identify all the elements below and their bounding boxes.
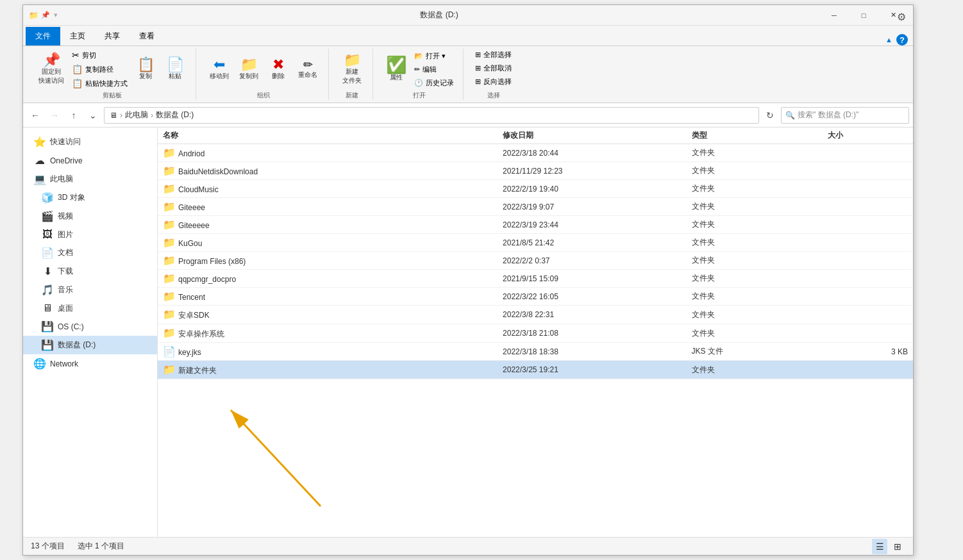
table-row[interactable]: 📁KuGou 2021/8/5 21:42 文件夹 bbox=[158, 234, 913, 252]
table-row[interactable]: 📁Program Files (x86) 2022/2/2 0:37 文件夹 bbox=[158, 252, 913, 270]
select-none-button[interactable]: ⊞ 全部取消 bbox=[473, 62, 514, 74]
minimize-button[interactable]: ─ bbox=[819, 5, 849, 26]
invert-select-icon: ⊞ bbox=[475, 78, 481, 86]
gear-icon[interactable]: ⚙ bbox=[890, 5, 913, 28]
up-button[interactable]: ↑ bbox=[65, 107, 82, 124]
detail-view-button[interactable]: ☰ bbox=[872, 539, 887, 554]
file-type-cell: 文件夹 bbox=[687, 252, 823, 270]
quickaccess-icon: ⭐ bbox=[33, 136, 46, 148]
file-size-cell bbox=[823, 252, 913, 270]
edit-button[interactable]: ✏ 编辑 bbox=[412, 63, 456, 76]
item-count: 13 个项目 bbox=[31, 541, 65, 552]
file-type-cell: 文件夹 bbox=[687, 216, 823, 234]
ribbon-collapse-btn[interactable]: ▲ bbox=[885, 36, 892, 44]
select-items: ⊞ 全部选择 ⊞ 全部取消 ⊞ 反向选择 bbox=[473, 49, 514, 90]
file-type-cell: 文件夹 bbox=[687, 361, 823, 379]
table-row[interactable]: 📁qqpcmgr_docpro 2021/9/15 15:09 文件夹 bbox=[158, 270, 913, 288]
col-header-name[interactable]: 名称 bbox=[158, 128, 498, 144]
move-to-button[interactable]: ⬅ 移动到 bbox=[205, 55, 233, 83]
sidebar-item-drive-d[interactable]: 💾 数据盘 (D:) bbox=[23, 336, 157, 354]
recent-button[interactable]: ⌄ bbox=[85, 107, 101, 124]
crumb-computer[interactable]: 此电脑 bbox=[125, 110, 148, 120]
clipboard-label: 剪贴板 bbox=[103, 91, 122, 100]
crumb-drive[interactable]: 数据盘 (D:) bbox=[156, 110, 194, 120]
table-row[interactable]: 📁BaiduNetdiskDownload 2021/11/29 12:23 文… bbox=[158, 162, 913, 180]
sidebar-item-pictures[interactable]: 🖼 图片 bbox=[23, 226, 157, 243]
ribbon-bar: 📌 固定到快速访问 ✂ 剪切 📋 复制路径 📋 粘贴快捷方式 bbox=[23, 46, 913, 103]
tab-share[interactable]: 共享 bbox=[95, 27, 130, 45]
file-type-cell: JKS 文件 bbox=[687, 343, 823, 361]
sidebar-item-drive-c[interactable]: 💾 OS (C:) bbox=[23, 317, 157, 336]
sidebar-item-desktop[interactable]: 🖥 桌面 bbox=[23, 299, 157, 317]
paste-button[interactable]: 📄 粘贴 bbox=[161, 55, 189, 83]
delete-button[interactable]: ✖ 删除 bbox=[264, 55, 292, 83]
thumbnail-view-button[interactable]: ⊞ bbox=[890, 539, 905, 554]
file-name-cell: 📁安卓SDK bbox=[158, 306, 498, 324]
selected-count: 选中 1 个项目 bbox=[78, 541, 124, 552]
title-bar-icons: 📁 📌 ▾ bbox=[28, 10, 59, 21]
col-header-size[interactable]: 大小 bbox=[823, 128, 913, 144]
search-box[interactable]: 🔍 搜索" 数据盘 (D:)" bbox=[781, 107, 909, 124]
back-button[interactable]: ← bbox=[27, 107, 44, 124]
sidebar-item-music[interactable]: 🎵 音乐 bbox=[23, 281, 157, 299]
file-date-cell: 2021/11/29 12:23 bbox=[498, 162, 687, 180]
table-row[interactable]: 📁安卓操作系统 2022/3/18 21:08 文件夹 bbox=[158, 324, 913, 343]
file-date-cell: 2022/3/19 9:07 bbox=[498, 198, 687, 216]
rename-button[interactable]: ✏ 重命名 bbox=[294, 56, 322, 82]
sidebar-item-thispc[interactable]: 💻 此电脑 bbox=[23, 170, 157, 188]
table-row[interactable]: 📁Andriod 2022/3/18 20:44 文件夹 bbox=[158, 144, 913, 162]
refresh-button[interactable]: ↻ bbox=[762, 107, 778, 124]
table-row[interactable]: 📁CloudMusic 2022/2/19 19:40 文件夹 bbox=[158, 180, 913, 198]
invert-select-button[interactable]: ⊞ 反向选择 bbox=[473, 76, 514, 88]
file-icon: 📄 bbox=[163, 346, 176, 357]
tab-home[interactable]: 主页 bbox=[60, 27, 95, 45]
table-row[interactable]: 📄key.jks 2022/3/18 18:38 JKS 文件 3 KB bbox=[158, 343, 913, 361]
address-path[interactable]: 🖥 › 此电脑 › 数据盘 (D:) bbox=[104, 107, 759, 124]
sidebar-item-quickaccess[interactable]: ⭐ 快速访问 bbox=[23, 133, 157, 151]
table-row[interactable]: 📁Giteeeee 2022/3/19 23:44 文件夹 bbox=[158, 216, 913, 234]
sidebar-item-downloads[interactable]: ⬇ 下载 bbox=[23, 262, 157, 281]
ribbon-group-new: 📁 新建文件夹 新建 bbox=[331, 49, 373, 100]
sidebar-item-documents[interactable]: 📄 文档 bbox=[23, 243, 157, 262]
table-row[interactable]: 📁Giteeee 2022/3/19 9:07 文件夹 bbox=[158, 198, 913, 216]
file-date-cell: 2022/3/25 19:21 bbox=[498, 361, 687, 379]
onedrive-icon: ☁ bbox=[33, 154, 46, 167]
copy-to-button[interactable]: 📁 复制到 bbox=[235, 55, 263, 83]
col-header-type[interactable]: 类型 bbox=[687, 128, 823, 144]
file-icon: 📁 bbox=[163, 309, 176, 320]
desktop-label: 桌面 bbox=[58, 303, 149, 314]
maximize-button[interactable]: □ bbox=[849, 5, 878, 26]
table-row[interactable]: 📁安卓SDK 2022/3/8 22:31 文件夹 bbox=[158, 306, 913, 324]
file-name-cell: 📁qqpcmgr_docpro bbox=[158, 270, 498, 288]
new-folder-button[interactable]: 📁 新建文件夹 bbox=[338, 51, 366, 88]
pin-button[interactable]: 📌 固定到快速访问 bbox=[35, 51, 68, 88]
sidebar-item-onedrive[interactable]: ☁ OneDrive bbox=[23, 151, 157, 170]
copy-path-button[interactable]: 📋 复制路径 bbox=[69, 63, 130, 76]
paste-icon: 📄 bbox=[167, 58, 184, 72]
thispc-label: 此电脑 bbox=[50, 174, 149, 185]
sidebar-item-3dobjects[interactable]: 🧊 3D 对象 bbox=[23, 188, 157, 207]
col-header-date[interactable]: 修改日期 bbox=[498, 128, 687, 144]
file-size-cell bbox=[823, 288, 913, 306]
copy-button[interactable]: 📋 复制 bbox=[131, 55, 160, 83]
tab-view[interactable]: 查看 bbox=[130, 27, 164, 45]
select-all-icon: ⊞ bbox=[475, 51, 481, 59]
tab-file[interactable]: 文件 bbox=[26, 27, 60, 45]
select-all-button[interactable]: ⊞ 全部选择 bbox=[473, 49, 514, 61]
forward-button[interactable]: → bbox=[46, 107, 63, 124]
cut-button[interactable]: ✂ 剪切 bbox=[69, 49, 130, 62]
sidebar-item-network[interactable]: 🌐 Network bbox=[23, 354, 157, 373]
onedrive-label: OneDrive bbox=[50, 156, 149, 165]
properties-button[interactable]: ✅ 属性 bbox=[382, 54, 410, 85]
file-icon: 📁 bbox=[163, 183, 176, 194]
open-button[interactable]: 📂 打开 ▾ bbox=[412, 50, 456, 62]
video-label: 视频 bbox=[58, 211, 149, 222]
history-button[interactable]: 🕐 历史记录 bbox=[412, 77, 456, 89]
table-row[interactable]: 📁Tencent 2022/3/22 16:05 文件夹 bbox=[158, 288, 913, 306]
help-button[interactable]: ? bbox=[896, 34, 908, 45]
paste-shortcut-button[interactable]: 📋 粘贴快捷方式 bbox=[69, 77, 130, 90]
ribbon-group-select: ⊞ 全部选择 ⊞ 全部取消 ⊞ 反向选择 选择 bbox=[466, 49, 521, 100]
table-row[interactable]: 📁新建文件夹 2022/3/25 19:21 文件夹 bbox=[158, 361, 913, 379]
sidebar-item-video[interactable]: 🎬 视频 bbox=[23, 207, 157, 226]
open-icon: 📂 bbox=[414, 52, 423, 60]
